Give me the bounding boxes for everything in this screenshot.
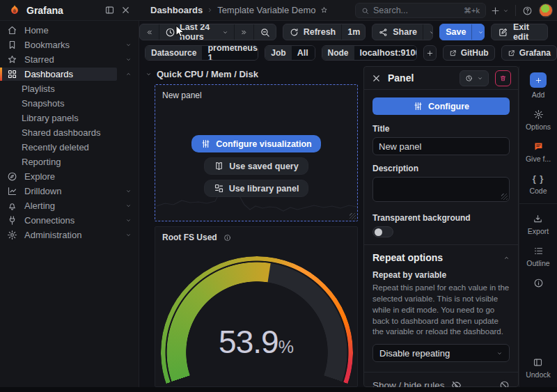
variable-datasource-select[interactable]: prometheus-1: [202, 46, 258, 60]
rail-add-button[interactable]: Add: [530, 72, 547, 99]
rail-options-button[interactable]: Options: [526, 109, 551, 131]
sidebar-item-dashboards[interactable]: Dashboards: [0, 67, 139, 81]
zoom-out-button[interactable]: [253, 24, 276, 40]
chevron-down-icon: [429, 29, 433, 36]
plus-icon: [426, 49, 434, 57]
transparent-background-toggle[interactable]: [372, 226, 393, 237]
header-actions: [490, 0, 553, 21]
textarea-resize-handle[interactable]: [501, 194, 508, 200]
new-menu-button[interactable]: [490, 6, 509, 16]
edit-pen-icon: [498, 27, 508, 38]
clock-icon: [165, 27, 175, 38]
repeat-variable-select[interactable]: Disable repeating: [372, 344, 510, 362]
row-header[interactable]: Quick CPU / Mem / Disk: [146, 69, 258, 79]
rail-export-button[interactable]: Export: [528, 214, 549, 235]
sidebar-item-recently-deleted[interactable]: Recently deleted: [0, 140, 139, 155]
configure-visualization-button[interactable]: Configure visualization: [191, 135, 321, 152]
description-textarea[interactable]: [372, 177, 510, 202]
search-input[interactable]: Search... ⌘+k: [355, 3, 486, 18]
time-picker-group: Last 24 hours: [139, 24, 276, 40]
repeat-options-section[interactable]: Repeat options: [372, 245, 510, 270]
right-rail: Add Options Give f... { } Code Export Ou…: [519, 66, 557, 387]
use-saved-query-button[interactable]: Use saved query: [204, 157, 308, 175]
refresh-button[interactable]: Refresh: [283, 24, 342, 40]
gauge-panel-title: Root FS Used: [162, 233, 217, 242]
breadcrumb-current[interactable]: Template Variable Demo: [217, 5, 315, 15]
close-sidebar-icon[interactable]: [120, 5, 131, 15]
sidebar-item-reporting[interactable]: Reporting: [0, 155, 139, 169]
save-dropdown-button[interactable]: [471, 24, 484, 40]
variable-label: Datasource: [146, 46, 202, 60]
add-variable-button[interactable]: [423, 45, 436, 61]
avatar[interactable]: [539, 3, 553, 17]
breadcrumb-dashboards[interactable]: Dashboards: [150, 5, 203, 15]
chevron-down-icon: [125, 188, 132, 194]
dock-sidebar-icon[interactable]: [104, 5, 115, 15]
sidebar-item-home[interactable]: Home: [0, 23, 139, 38]
share-button[interactable]: Share: [372, 24, 423, 40]
save-label: Save: [446, 27, 466, 37]
rail-feedback-button[interactable]: Give f...: [526, 141, 551, 163]
close-icon[interactable]: [371, 73, 382, 84]
sidebar-item-connections[interactable]: Connections: [0, 213, 139, 228]
sidebar-item-library-panels[interactable]: Library panels: [0, 111, 139, 125]
gauge-bar: [161, 256, 353, 387]
star-outline-icon[interactable]: [320, 6, 328, 14]
rail-code-button[interactable]: { } Code: [529, 173, 547, 195]
github-link-button[interactable]: GitHub: [443, 45, 495, 61]
sliders-icon: [413, 101, 423, 111]
configure-button[interactable]: Configure: [372, 97, 510, 115]
variable-node: Node localhost:9100: [322, 45, 418, 61]
book-icon: [214, 161, 224, 171]
dashboards-grid-icon: [7, 69, 17, 79]
time-back-button[interactable]: [140, 24, 159, 40]
save-button[interactable]: Save: [440, 24, 471, 40]
sidebar-item-shared-dashboards[interactable]: Shared dashboards: [0, 125, 139, 140]
external-link-icon: [508, 49, 515, 57]
panel-title-input[interactable]: [372, 137, 510, 155]
variable-job-select[interactable]: All: [292, 46, 315, 60]
chevron-down-icon: [503, 8, 509, 14]
sidebar-item-snapshots[interactable]: Snapshots: [0, 96, 139, 111]
info-icon[interactable]: [223, 234, 231, 242]
delete-panel-button[interactable]: [495, 70, 511, 86]
variable-node-select[interactable]: localhost:9100: [354, 46, 418, 60]
sidebar-item-administration[interactable]: Administration: [0, 228, 139, 242]
outline-list-icon: [533, 246, 544, 256]
chevron-down-icon: [125, 56, 132, 63]
time-range-label: Last 24 hours: [180, 24, 218, 40]
chevron-down-icon: [496, 350, 503, 356]
rail-outline-button[interactable]: Outline: [526, 246, 549, 267]
refresh-interval-button[interactable]: 1m: [341, 24, 366, 40]
sidebar-item-explore[interactable]: Explore: [0, 169, 139, 184]
exit-edit-button[interactable]: Exit edit: [491, 24, 548, 40]
sidebar-item-bookmarks[interactable]: Bookmarks: [0, 38, 139, 52]
variables-row: Datasource prometheus-1 Job All Node loc…: [139, 43, 557, 63]
rail-undock-button[interactable]: Undock: [526, 357, 551, 379]
share-dropdown-button[interactable]: [423, 24, 433, 40]
compass-icon: [7, 171, 17, 182]
top-header: Grafana Dashboards Template Variable Dem…: [0, 0, 557, 21]
search-placeholder: Search...: [373, 6, 460, 15]
sidebar-item-alerting[interactable]: Alerting: [0, 198, 139, 213]
rail-info-button[interactable]: [533, 278, 544, 288]
panel-resize-handle[interactable]: [350, 213, 356, 219]
variable-datasource: Datasource prometheus-1: [145, 45, 258, 61]
home-icon: [7, 25, 17, 36]
panel-type-button[interactable]: [460, 70, 489, 86]
description-label: Description: [372, 164, 510, 173]
info-icon: [533, 278, 544, 288]
sidebar-item-playlists[interactable]: Playlists: [0, 81, 139, 96]
new-panel[interactable]: New panel Configure visualization Use sa…: [155, 84, 358, 221]
variable-label: Job: [265, 46, 291, 60]
refresh-label: Refresh: [304, 27, 336, 37]
use-library-panel-button[interactable]: Use library panel: [204, 180, 309, 197]
time-range-button[interactable]: Last 24 hours: [159, 24, 234, 40]
sidebar-item-starred[interactable]: Starred: [0, 52, 139, 67]
help-icon[interactable]: [522, 6, 533, 16]
sidebar-item-drilldown[interactable]: Drilldown: [0, 184, 139, 198]
gauge-panel[interactable]: Root FS Used 53.9%: [155, 226, 358, 387]
chevron-down-icon: [364, 29, 366, 36]
grafana-link-button[interactable]: Grafana: [501, 45, 557, 61]
time-forward-button[interactable]: [234, 24, 253, 40]
